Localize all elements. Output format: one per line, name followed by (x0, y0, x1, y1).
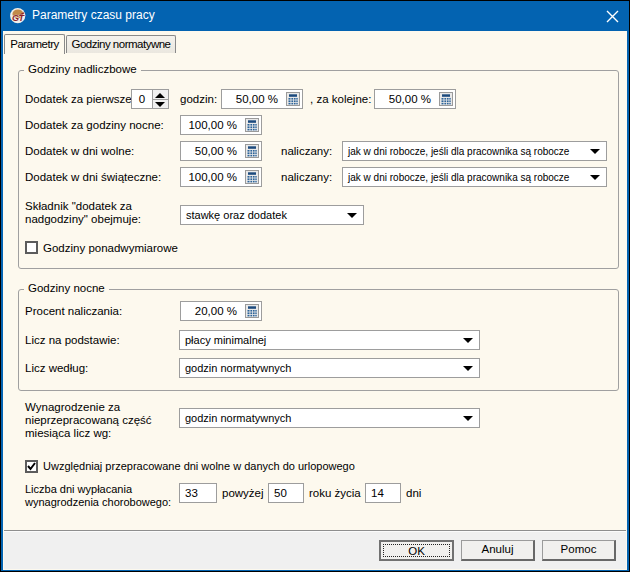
svg-text:GT: GT (12, 13, 26, 23)
